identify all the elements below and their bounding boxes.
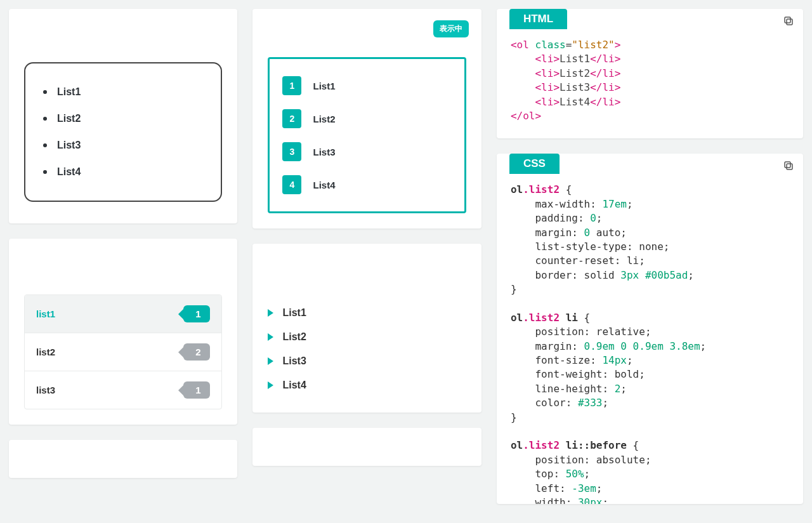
preview-card-bullet-list: List1 List2 List3 List4 xyxy=(9,9,237,223)
svg-rect-2 xyxy=(787,164,792,169)
list-item: 1 List1 xyxy=(282,69,451,102)
code-panel-html: HTML <ol class="list2"> <li>List1</li> <… xyxy=(497,9,803,138)
code-tab-css: CSS xyxy=(509,154,560,174)
copy-icon[interactable] xyxy=(783,160,794,171)
list-item: List4 xyxy=(268,373,466,397)
bullet-list-frame: List1 List2 List3 List4 xyxy=(24,62,222,202)
preview-card-pill-list: list1 1 list2 2 list3 1 xyxy=(9,239,237,425)
code-block: ol.list2 { max-width: 17em; padding: 0; … xyxy=(497,174,803,504)
svg-rect-0 xyxy=(787,19,792,25)
pill-row[interactable]: list1 1 xyxy=(25,295,221,333)
list-item: List4 xyxy=(43,159,203,185)
list-item-label: List1 xyxy=(313,81,335,91)
pill-row-label: list3 xyxy=(36,385,55,395)
list-item: 4 List4 xyxy=(282,168,451,201)
preview-card-chevron-list: List1 List2 List3 List4 xyxy=(252,244,481,413)
list-item: 2 List2 xyxy=(282,102,451,135)
list-item-label: List2 xyxy=(282,331,306,343)
chevron-right-icon xyxy=(268,309,273,317)
list-item-label: List4 xyxy=(282,380,306,391)
code-scroll[interactable]: ol.list2 { max-width: 17em; padding: 0; … xyxy=(497,174,803,504)
list-item-label: List3 xyxy=(313,147,335,157)
copy-icon[interactable] xyxy=(783,15,794,27)
preview-card-empty xyxy=(252,428,481,466)
pill-list: list1 1 list2 2 list3 1 xyxy=(24,295,222,409)
code-panel-css: CSS ol.list2 { max-width: 17em; padding:… xyxy=(497,154,803,504)
preview-card-current: 表示中 1 List1 2 List2 3 List3 xyxy=(252,9,481,228)
number-marker: 4 xyxy=(282,175,301,194)
pill-row-label: list2 xyxy=(36,347,55,357)
number-marker: 3 xyxy=(282,142,301,161)
number-marker: 2 xyxy=(282,109,301,128)
svg-rect-1 xyxy=(785,17,790,23)
pill-row[interactable]: list2 2 xyxy=(25,333,221,371)
chevron-right-icon xyxy=(268,381,273,389)
list-item-label: List4 xyxy=(313,180,335,190)
count-badge: 1 xyxy=(183,305,210,322)
list-item: 3 List3 xyxy=(282,135,451,168)
current-badge: 表示中 xyxy=(433,20,469,37)
chevron-right-icon xyxy=(268,357,273,365)
list-item: List2 xyxy=(43,105,203,132)
count-badge: 2 xyxy=(183,343,210,361)
preview-card-empty xyxy=(9,440,237,478)
pill-row[interactable]: list3 1 xyxy=(25,371,221,409)
code-block: <ol class="list2"> <li>List1</li> <li>Li… xyxy=(497,29,803,138)
numbered-list-frame: 1 List1 2 List2 3 List3 4 List4 xyxy=(268,57,466,213)
pill-row-label: list1 xyxy=(36,308,55,319)
list-item: List1 xyxy=(43,79,203,105)
code-tab-html: HTML xyxy=(509,9,567,29)
list-item-label: List1 xyxy=(282,307,306,319)
list-item: List1 xyxy=(268,301,466,325)
list-item-label: List2 xyxy=(313,114,335,124)
count-badge: 1 xyxy=(183,381,210,399)
number-marker: 1 xyxy=(282,76,301,95)
list-item: List3 xyxy=(268,349,466,373)
list-item: List2 xyxy=(268,325,466,349)
chevron-right-icon xyxy=(268,333,273,341)
svg-rect-3 xyxy=(785,162,790,168)
list-item-label: List3 xyxy=(282,355,306,367)
list-item: List3 xyxy=(43,132,203,159)
